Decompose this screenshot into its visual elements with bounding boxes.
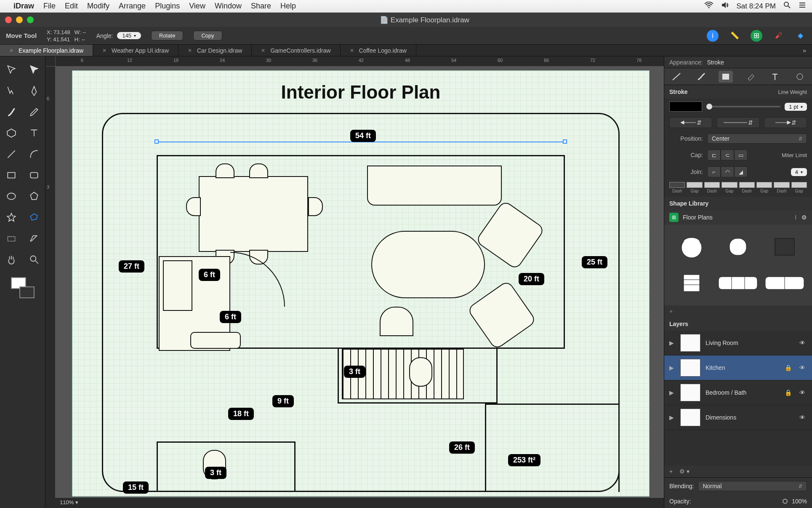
- menu-help[interactable]: Help: [280, 2, 296, 11]
- library-options-icon[interactable]: ⁝: [795, 214, 796, 221]
- shape-tool[interactable]: [3, 126, 20, 141]
- dim-6ft-a[interactable]: 6 ft: [199, 269, 220, 281]
- arrow-end-select[interactable]: ⇵: [764, 117, 807, 128]
- dining-chair[interactable]: [216, 163, 234, 178]
- drawing-page[interactable]: Interior Floor Plan: [72, 71, 649, 496]
- zoom-tool[interactable]: [26, 252, 43, 267]
- join-round[interactable]: ◠: [721, 166, 734, 177]
- cap-round[interactable]: ⊂: [721, 150, 734, 160]
- pencil-tool[interactable]: [26, 104, 43, 120]
- cap-butt[interactable]: ⊏: [707, 150, 721, 160]
- star-tool[interactable]: [3, 210, 20, 225]
- layer-options-icon[interactable]: ⚙ ▾: [679, 468, 690, 475]
- menu-arrange[interactable]: Arrange: [119, 2, 146, 11]
- info-panel-icon[interactable]: i: [707, 30, 719, 42]
- dining-chair[interactable]: [249, 163, 268, 178]
- vertical-ruler[interactable]: 6 3: [45, 67, 56, 498]
- menubar-clock[interactable]: Sat 8:24 PM: [736, 2, 776, 11]
- shape-library-icon[interactable]: ⊞: [751, 30, 762, 42]
- tab-weather-app[interactable]: ✕Weather App UI.idraw: [93, 45, 178, 56]
- shape-sofa-3[interactable]: [716, 267, 759, 299]
- shape-dresser[interactable]: [670, 267, 713, 299]
- dining-chair[interactable]: [308, 197, 323, 216]
- dim-26ft[interactable]: 26 ft: [449, 441, 475, 454]
- close-tab-icon[interactable]: ✕: [261, 48, 265, 53]
- dim-18ft[interactable]: 18 ft: [228, 408, 254, 420]
- dim-area[interactable]: 253 ft²: [508, 454, 540, 466]
- close-tab-icon[interactable]: ✕: [188, 48, 192, 53]
- layer-kitchen[interactable]: ▶ Kitchen 🔒 👁: [664, 356, 812, 380]
- selection-handle-left[interactable]: [154, 139, 159, 144]
- close-window-button[interactable]: [5, 16, 12, 23]
- zoom-window-button[interactable]: [27, 16, 34, 23]
- close-tab-icon[interactable]: ✕: [350, 48, 354, 53]
- tab-example-floorplan[interactable]: ✕Example Floorplan.idraw: [0, 45, 93, 56]
- dim-6ft-b[interactable]: 6 ft: [220, 311, 241, 323]
- rect-tool[interactable]: [3, 168, 20, 183]
- close-tab-icon[interactable]: ✕: [9, 48, 13, 53]
- cap-segmented[interactable]: ⊏ ⊂ ▭: [707, 150, 748, 160]
- dash-pattern[interactable]: [664, 180, 812, 189]
- copy-button[interactable]: Copy: [193, 31, 222, 40]
- tab-gamecontrollers[interactable]: ✕GameControllers.idraw: [252, 45, 340, 56]
- visibility-icon[interactable]: 👁: [798, 364, 807, 371]
- volume-icon[interactable]: [721, 2, 730, 11]
- ruler-origin[interactable]: [45, 56, 56, 67]
- ruler-icon[interactable]: 📏: [729, 30, 740, 42]
- layers-icon[interactable]: ◆: [794, 30, 806, 42]
- menu-modify[interactable]: Modify: [87, 2, 109, 11]
- line-tool[interactable]: [3, 147, 20, 162]
- dining-chair[interactable]: [186, 197, 201, 216]
- miter-limit-field[interactable]: 4: [791, 168, 807, 176]
- layer-bedroom-bath[interactable]: ▶ Bedroom / Bath 🔒 👁: [664, 380, 812, 405]
- sofa[interactable]: [367, 166, 502, 206]
- stroke-weight-field[interactable]: 1 pt: [785, 103, 807, 111]
- hand-tool[interactable]: [3, 252, 20, 267]
- shape-sofa-2[interactable]: [763, 267, 806, 299]
- roundrect-tool[interactable]: [26, 168, 43, 183]
- brush-tab-icon[interactable]: [694, 71, 708, 83]
- stroke-tab-icon[interactable]: [669, 71, 684, 83]
- custom-shape-tool[interactable]: [26, 210, 43, 225]
- visibility-icon[interactable]: 👁: [798, 340, 807, 346]
- app-name[interactable]: iDraw: [13, 2, 34, 11]
- menu-view[interactable]: View: [189, 2, 205, 11]
- dim-27ft[interactable]: 27 ft: [119, 260, 144, 273]
- dim-3ft-a[interactable]: 3 ft: [344, 366, 365, 378]
- dining-table[interactable]: [199, 176, 308, 252]
- menu-file[interactable]: File: [43, 2, 56, 11]
- ellipse-tool[interactable]: [3, 189, 20, 204]
- brush-tool[interactable]: [3, 104, 20, 120]
- direct-select-tool[interactable]: [26, 62, 43, 78]
- fill-tab-icon[interactable]: [719, 71, 733, 83]
- tabs-overflow-icon[interactable]: »: [797, 45, 812, 56]
- text-tab-icon[interactable]: [768, 71, 782, 83]
- lock-icon[interactable]: 🔒: [783, 364, 793, 371]
- lock-icon[interactable]: 🔒: [783, 389, 793, 396]
- sink[interactable]: [190, 332, 241, 349]
- armchair-3[interactable]: [380, 307, 413, 336]
- dim-20ft[interactable]: 20 ft: [519, 273, 544, 285]
- cap-square[interactable]: ▭: [734, 150, 748, 160]
- fx-tab-icon[interactable]: [793, 71, 807, 83]
- layer-living-room[interactable]: ▶ Living Room 👁: [664, 331, 812, 356]
- menu-edit[interactable]: Edit: [65, 2, 78, 11]
- stroke-weight-slider[interactable]: [706, 106, 780, 107]
- visibility-icon[interactable]: 👁: [798, 414, 807, 421]
- selection-handle-right[interactable]: [563, 139, 567, 144]
- style-icon[interactable]: 🖌: [772, 30, 784, 42]
- shape-library-select[interactable]: ⊞ Floor Plans ⁝ ⚙: [664, 210, 812, 225]
- shape-armchair[interactable]: [716, 230, 759, 263]
- disclosure-icon[interactable]: ▶: [669, 389, 675, 396]
- angle-field[interactable]: 145: [117, 32, 141, 39]
- close-tab-icon[interactable]: ✕: [102, 48, 106, 53]
- layer-dimensions[interactable]: ▶ Dimensions 👁: [664, 405, 812, 430]
- polygon-tool[interactable]: [26, 189, 43, 204]
- dim-54ft[interactable]: 54 ft: [350, 130, 376, 142]
- erase-tab-icon[interactable]: [743, 71, 758, 83]
- add-layer-button[interactable]: +: [669, 468, 673, 475]
- minimize-window-button[interactable]: [16, 16, 23, 23]
- pen-tool[interactable]: [26, 83, 43, 99]
- dim-3ft-b[interactable]: 3 ft: [205, 467, 226, 479]
- tab-car-design[interactable]: ✕Car Design.idraw: [178, 45, 252, 56]
